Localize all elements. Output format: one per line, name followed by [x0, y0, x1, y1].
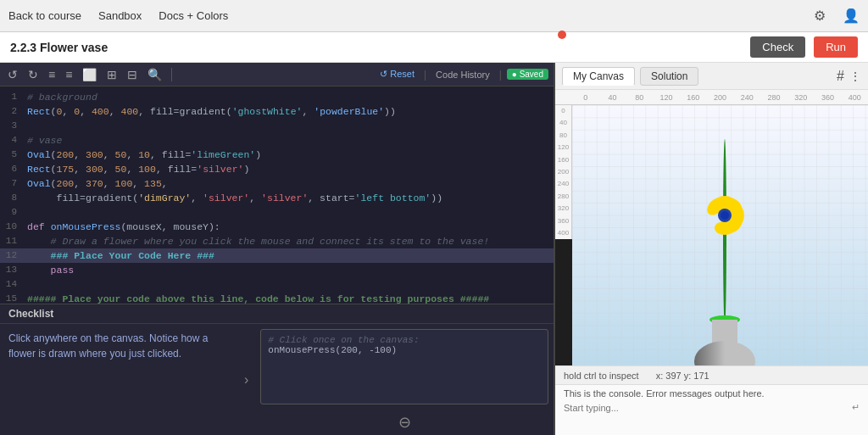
sandbox-link[interactable]: Sandbox — [98, 9, 142, 22]
svg-point-7 — [715, 221, 735, 235]
wrap-icon[interactable]: ⬜ — [80, 66, 99, 83]
collapse-icon[interactable]: ⊖ — [259, 413, 550, 432]
table-row: 9 — [0, 205, 554, 220]
inspect-hint: hold ctrl to inspect — [564, 371, 639, 381]
table-row: 1 # background — [0, 90, 554, 104]
table-row: 6 Rect(175, 300, 50, 100, fill='silver') — [0, 162, 554, 176]
indent-icon[interactable]: ≡ — [46, 66, 58, 83]
my-canvas-tab[interactable]: My Canvas — [562, 67, 635, 86]
format-icon[interactable]: ⊞ — [104, 66, 120, 83]
console-input-field[interactable] — [564, 403, 847, 413]
checklist-arrow-icon: › — [237, 324, 255, 435]
ruler-left: 0 40 80 120 160 200 240 280 320 360 400 — [555, 105, 572, 239]
table-row: 12 ### Place Your Code Here ### — [0, 248, 554, 263]
reset-button[interactable]: ↺ Reset — [376, 67, 419, 81]
table-row: 3 — [0, 119, 554, 133]
coord-bar: hold ctrl to inspect x: 397 y: 171 — [555, 365, 868, 384]
table-row: 11 # Draw a flower where you click the m… — [0, 234, 554, 248]
canvas-svg[interactable] — [572, 105, 868, 365]
lesson-title: 2.2.3 Flower vase — [10, 41, 742, 54]
table-row: 5 Oval(200, 300, 50, 10, fill='limeGreen… — [0, 148, 554, 162]
check-button[interactable]: Check — [750, 36, 805, 58]
console-message: This is the console. Error messages outp… — [564, 388, 860, 399]
canvas-area[interactable]: 0 40 80 120 160 200 240 280 320 360 400 — [555, 90, 868, 365]
hash-icon[interactable]: # — [837, 69, 844, 84]
solution-tab[interactable]: Solution — [640, 67, 698, 86]
undo-icon[interactable]: ↺ — [5, 66, 20, 83]
redo-icon[interactable]: ↻ — [25, 66, 41, 83]
gear-button[interactable]: ⚙ — [814, 8, 826, 24]
checklist-header: Checklist — [0, 304, 554, 324]
outdent-icon[interactable]: ≡ — [63, 66, 75, 83]
editor-bottom: Checklist Click anywhere on the canvas. … — [0, 304, 554, 435]
right-panel: My Canvas Solution # ⋮ 0 40 80 120 160 2… — [555, 63, 868, 435]
search-icon[interactable]: 🔍 — [145, 66, 164, 83]
table-row: 8 fill=gradient('dimGray', 'silver', 'si… — [0, 191, 554, 205]
table-row: 14 — [0, 277, 554, 292]
table-row: 7 Oval(200, 370, 100, 135, — [0, 176, 554, 191]
ruler-top: 0 40 80 120 160 200 240 280 320 360 400 — [555, 90, 868, 105]
docs-colors-link[interactable]: Docs + Colors — [159, 9, 228, 22]
code-history-button[interactable]: Code History — [431, 68, 494, 81]
console-panel: This is the console. Error messages outp… — [555, 384, 868, 435]
saved-badge: ● Saved — [507, 69, 548, 80]
top-nav: Back to course Sandbox Docs + Colors ⚙ 👤 — [0, 0, 868, 32]
table-row: 15 ##### Place your code above this line… — [0, 292, 554, 304]
title-bar: 2.2.3 Flower vase Check Run — [0, 32, 868, 63]
red-dot-indicator — [558, 31, 566, 39]
editor-panel: ↺ ↻ ≡ ≡ ⬜ ⊞ ⊟ 🔍 ↺ Reset | Code History |… — [0, 63, 555, 435]
table-row: 2 Rect(0, 0, 400, 400, fill=gradient('gh… — [0, 104, 554, 119]
code-editor[interactable]: 1 # background 2 Rect(0, 0, 400, 400, fi… — [0, 86, 554, 304]
dots-menu-icon[interactable]: ⋮ — [849, 70, 861, 83]
table-row: 10 def onMousePress(mouseX, mouseY): — [0, 220, 554, 234]
run-button[interactable]: Run — [814, 36, 858, 58]
editor-toolbar: ↺ ↻ ≡ ≡ ⬜ ⊞ ⊟ 🔍 ↺ Reset | Code History |… — [0, 63, 554, 86]
checklist-code-hint: # Click once on the canvas: onMousePress… — [260, 329, 548, 404]
enter-icon[interactable]: ↵ — [852, 402, 860, 413]
canvas-top-bar: My Canvas Solution # ⋮ — [555, 63, 868, 90]
back-to-course-link[interactable]: Back to course — [8, 9, 81, 22]
table-row: 4 # vase — [0, 133, 554, 148]
checklist-description: Click anywhere on the canvas. Notice how… — [0, 324, 237, 435]
table-row: 13 pass — [0, 263, 554, 277]
console-input: ↵ — [564, 402, 860, 413]
avatar-button[interactable]: 👤 — [843, 8, 860, 24]
coord-xy: x: 397 y: 171 — [656, 371, 709, 381]
svg-point-9 — [721, 211, 729, 220]
main-area: ↺ ↻ ≡ ≡ ⬜ ⊞ ⊟ 🔍 ↺ Reset | Code History |… — [0, 63, 868, 435]
align-icon[interactable]: ⊟ — [125, 66, 140, 83]
checklist-body: Click anywhere on the canvas. Notice how… — [0, 324, 554, 435]
